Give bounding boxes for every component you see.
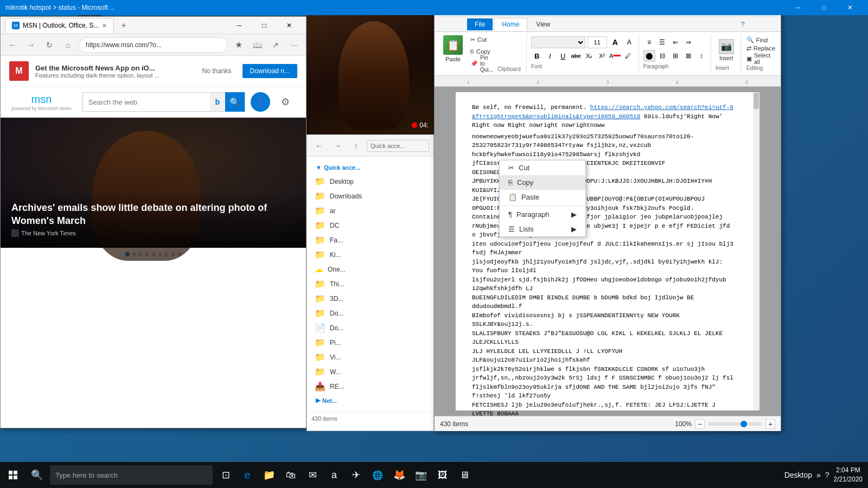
font-shrink-button[interactable]: A [623, 36, 635, 48]
qa-item-desktop[interactable]: 📁Desktop [311, 174, 429, 189]
ribbon-tab-file[interactable]: File [467, 18, 493, 30]
pin-to-quick-access-button[interactable]: 📌 Pin to Qui... [468, 58, 495, 69]
find-button[interactable]: 🔍 Find [746, 36, 775, 44]
qa-path-bar[interactable]: Quick acce... [367, 140, 429, 152]
qa-item-do2[interactable]: 📄Do... [311, 320, 429, 335]
strikethrough-button[interactable]: abc [570, 50, 582, 62]
qa-item-vi[interactable]: 📁Vi... [311, 350, 429, 364]
ribbon-tab-view[interactable]: View [528, 18, 558, 30]
qa-item-thi[interactable]: 📁Thi... [311, 277, 429, 291]
address-bar[interactable]: https://www.msn.com/?o... [79, 37, 228, 53]
menu-button[interactable]: ··· [286, 37, 302, 53]
browser-tab-msn[interactable]: M MSN | Outlook, Office, S... ✕ [5, 18, 114, 33]
forward-button[interactable]: → [23, 37, 39, 53]
qa-item-articles[interactable]: 📁ar [311, 203, 429, 218]
qa-item-do[interactable]: 📁Do... [311, 306, 429, 320]
new-tab-button[interactable]: + [116, 18, 131, 33]
start-button[interactable] [0, 462, 26, 488]
taskbar-clock[interactable]: 2:04 PM 2/21/2020 [834, 466, 863, 484]
align-left-button[interactable]: ⬤ [643, 50, 655, 62]
taskbar-tripadvisor-icon[interactable]: ✈ [345, 462, 367, 488]
bing-search-input[interactable] [83, 98, 210, 106]
browser-close[interactable]: ✕ [277, 17, 302, 34]
qa-up-button[interactable]: ↑ [348, 138, 363, 153]
qa-section-network[interactable]: ▶ Net... [311, 394, 429, 407]
taskbar-search-icon-btn[interactable]: 🔍 [26, 462, 48, 488]
user-account-button[interactable]: 👤 [251, 92, 270, 112]
font-grow-button[interactable]: A [609, 36, 621, 48]
document-text-content[interactable]: Be self, no freewill, permanent. https:/… [472, 103, 743, 416]
taskbar-chevron-icon[interactable]: » [816, 471, 821, 479]
align-right-button[interactable]: ⊞ [669, 50, 681, 62]
ribbon-tab-home[interactable]: Home [494, 18, 527, 31]
paste-button[interactable]: 📋 Paste [440, 34, 466, 63]
underline-button[interactable]: U [557, 50, 569, 62]
decrease-indent-button[interactable]: ⇐ [669, 36, 681, 48]
cut-button[interactable]: ✂ Cut [468, 34, 495, 45]
hotspot-maximize[interactable]: □ [812, 0, 837, 16]
tab-close[interactable]: ✕ [102, 22, 107, 29]
taskbar-mail-icon[interactable]: ✉ [302, 462, 323, 488]
qa-item-downloads[interactable]: 📁Downloads [311, 189, 429, 203]
select-all-button[interactable]: ▣ Select all [746, 53, 775, 64]
taskbar-tor-icon[interactable]: 🌐 [367, 462, 388, 488]
refresh-button[interactable]: ↻ [42, 37, 57, 53]
increase-indent-button[interactable]: ⇒ [682, 36, 694, 48]
share-button[interactable]: ↗ [268, 37, 283, 53]
line-spacing-button[interactable]: ↕ [695, 50, 707, 62]
superscript-button[interactable]: X² [596, 50, 608, 62]
taskbar-task-view[interactable]: ⊡ [215, 462, 237, 488]
ribbon-help-button[interactable]: ? [737, 19, 748, 30]
zoom-slider[interactable] [708, 422, 762, 426]
qa-item-re[interactable]: 📥RE... [311, 379, 429, 394]
qa-back-button[interactable]: ← [311, 138, 327, 153]
qa-item-w[interactable]: 📁W... [311, 364, 429, 379]
taskbar-show-desktop[interactable]: Desktop [784, 471, 812, 479]
ctx-cut[interactable]: ✂ Cut [500, 160, 585, 175]
bold-button[interactable]: B [531, 50, 543, 62]
back-button[interactable]: ← [5, 37, 20, 53]
ctx-copy[interactable]: ⎘ Copy [500, 175, 585, 190]
list-numbered-button[interactable]: ☰ [656, 36, 668, 48]
taskbar-firefox-icon[interactable]: 🦊 [388, 462, 410, 488]
document-page[interactable]: Be self, no freewill, permanent. https:/… [456, 92, 760, 410]
font-color-button[interactable]: A [609, 50, 621, 62]
taskbar-store-icon[interactable]: 🛍 [280, 462, 302, 488]
settings-button[interactable]: ⚙ [276, 92, 295, 112]
align-center-button[interactable]: ⊟ [656, 50, 668, 62]
download-button[interactable]: Download n... [242, 64, 297, 78]
taskbar-photo-icon[interactable]: 🖼 [432, 462, 454, 488]
taskbar-amazon-icon[interactable]: a [323, 462, 345, 488]
align-justify-button[interactable]: ⊠ [682, 50, 694, 62]
taskbar-explorer-icon[interactable]: 📁 [258, 462, 280, 488]
replace-button[interactable]: ⇄ Replace [746, 45, 775, 53]
browser-maximize[interactable]: □ [252, 17, 277, 34]
qa-item-ki[interactable]: 📁Ki... [311, 247, 429, 262]
no-thanks-button[interactable]: No thanks [198, 65, 236, 77]
ctx-paragraph[interactable]: ¶ Paragraph ▶ [500, 207, 585, 222]
home-button[interactable]: ⌂ [60, 37, 75, 53]
qa-item-one[interactable]: ☁One... [311, 262, 429, 277]
qa-section-quick-access[interactable]: ▼ Quick acce... [311, 161, 429, 174]
subscript-button[interactable]: X₂ [583, 50, 595, 62]
zoom-out-button[interactable]: − [695, 419, 705, 429]
italic-button[interactable]: I [544, 50, 556, 62]
font-size-input[interactable] [588, 36, 607, 48]
ctx-lists[interactable]: ☰ Lists ▶ [500, 222, 585, 236]
qa-item-pi[interactable]: 📁Pi... [311, 335, 429, 350]
highlight-button[interactable]: 🖊 [622, 50, 634, 62]
read-button[interactable]: 📖 [250, 37, 265, 53]
zoom-in-button[interactable]: + [765, 419, 775, 429]
doc-scrollbar[interactable] [753, 92, 760, 410]
list-bullet-button[interactable]: ≡ [643, 36, 655, 48]
font-family-select[interactable] [531, 36, 585, 48]
taskbar-taskbar-icon[interactable]: 🖥 [454, 462, 475, 488]
hotspot-minimize[interactable]: ─ [786, 0, 810, 16]
qa-item-3d[interactable]: 📁3D... [311, 291, 429, 306]
browser-minimize[interactable]: ─ [227, 17, 252, 34]
taskbar-help-button[interactable]: ? [825, 471, 829, 479]
taskbar-edge-icon[interactable]: e [237, 462, 258, 488]
favorites-button[interactable]: ★ [231, 37, 246, 53]
qa-forward-button[interactable]: → [330, 138, 345, 153]
hotspot-close[interactable]: ✕ [838, 0, 863, 16]
